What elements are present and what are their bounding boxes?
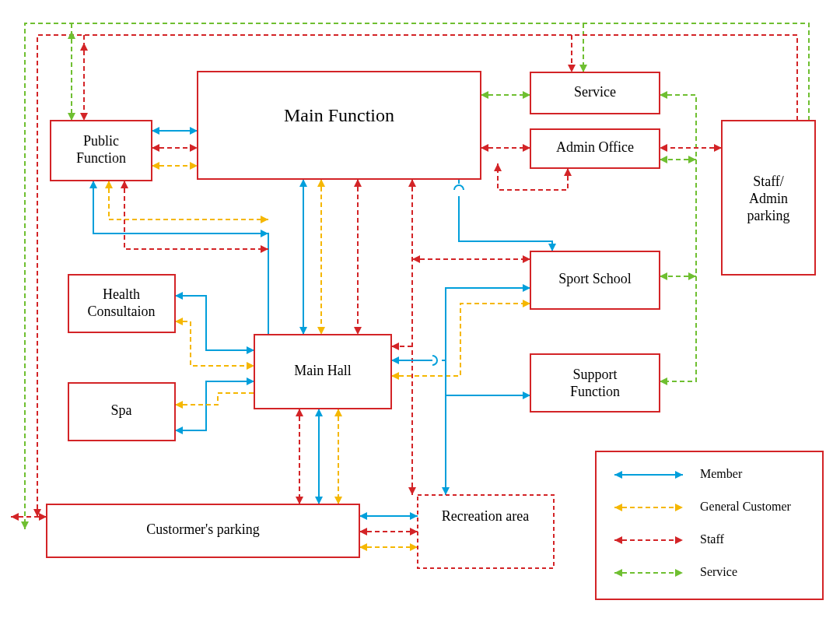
edge-public-main-red — [152, 144, 198, 152]
edge-mainhall-custpark-yellow — [334, 409, 342, 504]
label-recreation-area: Recreation area — [442, 508, 529, 524]
edge-public-main-yellow — [152, 162, 198, 170]
diagram-canvas: Main Function Public Function Service Ad… — [0, 0, 840, 632]
edge-staffpark-admin-red — [660, 144, 722, 152]
edge-top-to-service-red — [568, 35, 576, 72]
label-public-function-1: Public — [83, 133, 119, 149]
edge-spa-mainhall-yellow — [175, 393, 254, 409]
legend-box: Member General Customer Staff Service — [596, 451, 823, 599]
node-sport-school: Sport School — [530, 251, 660, 309]
edge-health-mainhall-blue — [175, 292, 254, 354]
node-support-function: Support Function — [530, 354, 660, 412]
node-health-consultation: Health Consultaion — [68, 275, 175, 332]
edge-mainhall-support-blue — [446, 360, 530, 399]
label-support-function-1: Support — [572, 367, 617, 382]
edge-spa-mainhall-blue — [175, 377, 254, 434]
edge-riser-sportschool-green — [660, 272, 696, 280]
label-health-1: Health — [103, 286, 140, 302]
legend-label-general-customer: General Customer — [700, 500, 792, 513]
edge-custpark-recreation-yellow — [359, 543, 418, 551]
edge-mid-red-mainhall — [391, 342, 412, 350]
node-spa: Spa — [68, 383, 175, 441]
edge-support-recreation-blue — [442, 395, 450, 495]
label-main-function: Main Function — [284, 105, 394, 125]
node-main-function: Main Function — [198, 72, 481, 179]
label-sport-school: Sport School — [558, 271, 632, 286]
edge-custpark-recreation-red — [359, 528, 418, 535]
label-staff-parking-1: Staff/ — [753, 174, 784, 189]
node-main-hall: Main Hall — [254, 335, 391, 409]
svg-rect-11 — [418, 495, 554, 568]
svg-rect-6 — [530, 354, 660, 412]
label-service: Service — [574, 84, 616, 100]
node-admin-office: Admin Office — [530, 129, 660, 168]
edge-mainfunc-mainhall-yellow — [317, 179, 325, 335]
edge-main-admin-red — [481, 144, 530, 152]
edge-main-service-green — [481, 91, 530, 99]
edge-custpark-recreation-blue — [359, 512, 418, 520]
edge-public-to-top-red — [80, 35, 88, 121]
label-staff-parking-2: Admin — [749, 191, 788, 206]
node-staff-parking: Staff/ Admin parking — [722, 121, 815, 275]
edge-pf-mainhall-red — [121, 181, 268, 253]
edge-mainfunc-mainhall-blue — [299, 179, 307, 335]
edge-riser-admin-green — [660, 156, 696, 163]
edge-mainfunc-mainhall-red — [354, 179, 362, 335]
label-support-function-2: Function — [570, 384, 620, 399]
label-health-2: Consultaion — [87, 304, 155, 319]
label-spa: Spa — [111, 402, 132, 418]
edge-pf-mainhall-yellow — [105, 181, 268, 223]
label-main-hall: Main Hall — [294, 363, 352, 378]
node-recreation-area: Recreation area — [418, 495, 554, 568]
node-public-function: Public Function — [51, 121, 152, 181]
label-admin-office: Admin Office — [556, 139, 634, 155]
edge-public-to-top-green — [68, 23, 75, 121]
node-service: Service — [530, 72, 660, 114]
edge-health-mainhall-yellow — [175, 318, 254, 370]
edge-top-to-service-green — [579, 23, 587, 72]
svg-rect-0 — [198, 72, 481, 179]
edge-mainhall-custpark-blue — [315, 409, 323, 504]
legend-label-member: Member — [700, 467, 743, 480]
edge-mid-red-sportschool — [412, 255, 530, 263]
edge-mainhall-custpark-red — [296, 409, 303, 504]
legend-label-staff: Staff — [700, 532, 724, 546]
edge-service-staffpark-green — [660, 91, 696, 385]
label-customers-parking: Custormer's parking — [146, 521, 260, 537]
node-customers-parking: Custormer's parking — [47, 504, 359, 557]
edge-bottomleft-stub-red — [11, 513, 47, 521]
edge-mainfunc-down-red — [408, 179, 416, 495]
edge-public-main-blue — [152, 127, 198, 135]
label-staff-parking-3: parking — [747, 208, 790, 223]
label-public-function-2: Function — [76, 150, 126, 166]
legend-label-service: Service — [700, 565, 737, 578]
